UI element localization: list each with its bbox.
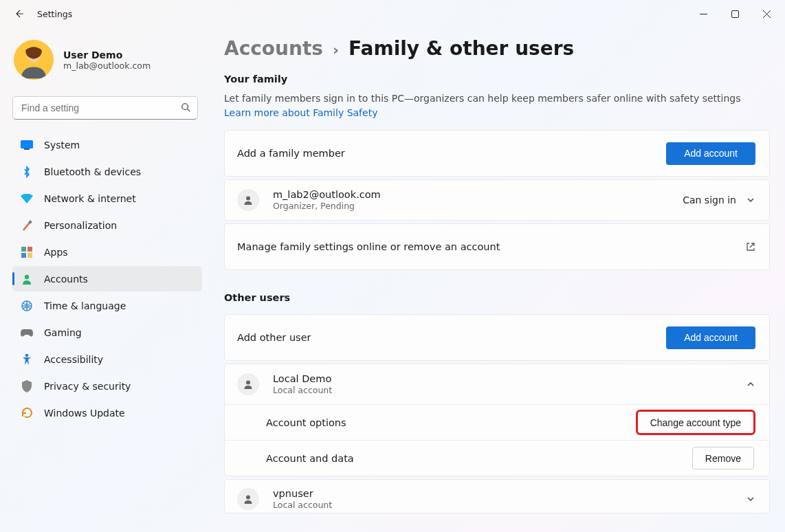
search-box[interactable] bbox=[12, 96, 198, 120]
svg-point-2 bbox=[182, 103, 188, 109]
chevron-down-icon bbox=[746, 195, 755, 205]
maximize-icon bbox=[731, 10, 739, 18]
manage-family-row[interactable]: Manage family settings online or remove … bbox=[225, 224, 769, 269]
sidebar-item-gaming[interactable]: Gaming bbox=[12, 320, 202, 345]
sidebar-item-accessibility[interactable]: Accessibility bbox=[12, 346, 202, 372]
add-family-member-row: Add a family member Add account bbox=[225, 131, 769, 176]
profile-block[interactable]: User Demo m_lab@outlook.com bbox=[12, 37, 212, 92]
add-other-user-button[interactable]: Add account bbox=[666, 326, 755, 349]
svg-point-15 bbox=[246, 496, 250, 500]
add-family-label: Add a family member bbox=[237, 148, 345, 159]
manage-family-label: Manage family settings online or remove … bbox=[237, 241, 500, 252]
profile-name: User Demo bbox=[63, 49, 151, 60]
sidebar-item-windows-update[interactable]: Windows Update bbox=[12, 400, 202, 425]
main-content: Accounts › Family & other users Your fam… bbox=[224, 37, 770, 532]
person-icon bbox=[237, 189, 259, 211]
account-data-label: Account and data bbox=[266, 453, 354, 464]
remove-account-button[interactable]: Remove bbox=[692, 447, 754, 469]
wifi-icon bbox=[21, 192, 33, 205]
family-member-email: m_lab2@outlook.com bbox=[273, 189, 381, 200]
accessibility-icon bbox=[21, 353, 33, 366]
sidebar-item-label: Apps bbox=[44, 247, 68, 258]
sidebar-item-label: Personalization bbox=[44, 220, 117, 231]
close-icon bbox=[763, 10, 771, 18]
account-options-row: Account options Change account type bbox=[225, 404, 769, 440]
bluetooth-icon bbox=[21, 166, 33, 178]
svg-rect-6 bbox=[21, 247, 26, 252]
breadcrumb: Accounts › Family & other users bbox=[224, 37, 770, 60]
minimize-button[interactable] bbox=[687, 3, 719, 25]
sidebar-item-time-language[interactable]: Time & language bbox=[12, 293, 202, 318]
family-member-status: Can sign in bbox=[683, 195, 736, 206]
svg-point-12 bbox=[25, 353, 29, 357]
sidebar-item-system[interactable]: System bbox=[12, 132, 202, 157]
sidebar-item-personalization[interactable]: Personalization bbox=[12, 212, 202, 238]
person-icon bbox=[237, 488, 259, 510]
family-safety-link[interactable]: Learn more about Family Safety bbox=[224, 107, 377, 118]
family-member-role: Organizer, Pending bbox=[273, 201, 381, 211]
svg-point-10 bbox=[25, 274, 29, 278]
sidebar-item-label: Windows Update bbox=[44, 408, 125, 419]
sidebar-item-label: Time & language bbox=[44, 300, 126, 311]
globe-clock-icon bbox=[21, 300, 33, 312]
breadcrumb-parent[interactable]: Accounts bbox=[224, 37, 323, 60]
other-user-type: Local account bbox=[273, 500, 332, 510]
other-user-type: Local account bbox=[273, 385, 332, 395]
sidebar-item-privacy[interactable]: Privacy & security bbox=[12, 373, 202, 399]
svg-rect-4 bbox=[24, 148, 30, 150]
profile-email: m_lab@outlook.com bbox=[63, 60, 151, 71]
sidebar-item-label: System bbox=[44, 140, 80, 151]
avatar bbox=[14, 40, 54, 80]
search-input[interactable] bbox=[21, 102, 181, 113]
close-button[interactable] bbox=[751, 3, 782, 25]
sidebar-item-label: Privacy & security bbox=[44, 381, 131, 392]
svg-rect-7 bbox=[27, 247, 32, 252]
back-button[interactable] bbox=[10, 4, 29, 23]
other-user-name: Local Demo bbox=[273, 373, 332, 384]
apps-icon bbox=[21, 246, 33, 258]
family-member-row[interactable]: m_lab2@outlook.com Organizer, Pending Ca… bbox=[225, 180, 769, 220]
system-icon bbox=[21, 139, 33, 151]
sidebar-item-apps[interactable]: Apps bbox=[12, 239, 202, 265]
chevron-down-icon bbox=[746, 494, 755, 504]
chevron-up-icon bbox=[746, 379, 755, 389]
paintbrush-icon bbox=[21, 219, 33, 232]
account-options-label: Account options bbox=[266, 417, 346, 428]
arrow-left-icon bbox=[14, 8, 25, 19]
external-link-icon bbox=[746, 242, 755, 252]
svg-point-14 bbox=[246, 381, 250, 385]
change-account-type-button[interactable]: Change account type bbox=[637, 411, 754, 434]
chevron-right-icon: › bbox=[333, 41, 339, 58]
update-icon bbox=[21, 407, 33, 419]
add-other-user-row: Add other user Add account bbox=[225, 315, 769, 360]
svg-rect-8 bbox=[21, 253, 26, 258]
sidebar-item-label: Network & internet bbox=[44, 193, 136, 204]
maximize-button[interactable] bbox=[719, 3, 751, 25]
titlebar: Settings bbox=[0, 0, 785, 27]
other-user-row[interactable]: Local Demo Local account bbox=[225, 364, 769, 404]
sidebar-item-accounts[interactable]: Accounts bbox=[12, 266, 202, 291]
sidebar-item-network[interactable]: Network & internet bbox=[12, 186, 202, 211]
add-family-account-button[interactable]: Add account bbox=[666, 142, 755, 165]
sidebar-item-label: Gaming bbox=[44, 327, 82, 338]
svg-rect-9 bbox=[27, 253, 32, 258]
person-icon bbox=[237, 373, 259, 395]
shield-icon bbox=[21, 380, 33, 392]
sidebar-item-label: Accessibility bbox=[44, 354, 103, 365]
other-users-heading: Other users bbox=[224, 292, 770, 303]
page-title: Family & other users bbox=[349, 37, 574, 60]
svg-point-13 bbox=[246, 197, 250, 201]
gaming-icon bbox=[21, 326, 33, 339]
family-subtext: Let family members sign in to this PC—or… bbox=[224, 91, 770, 120]
accounts-icon bbox=[21, 273, 33, 285]
minimize-icon bbox=[700, 10, 707, 18]
sidebar-item-label: Bluetooth & devices bbox=[44, 166, 141, 177]
search-icon bbox=[181, 102, 190, 114]
svg-rect-0 bbox=[731, 10, 738, 17]
account-data-row: Account and data Remove bbox=[225, 440, 769, 476]
sidebar-item-bluetooth[interactable]: Bluetooth & devices bbox=[12, 159, 202, 184]
nav-list: System Bluetooth & devices Network & int… bbox=[12, 129, 212, 425]
sidebar: User Demo m_lab@outlook.com System Bluet… bbox=[0, 27, 212, 427]
other-user-name: vpnuser bbox=[273, 488, 332, 499]
other-user-row[interactable]: vpnuser Local account bbox=[225, 480, 769, 513]
